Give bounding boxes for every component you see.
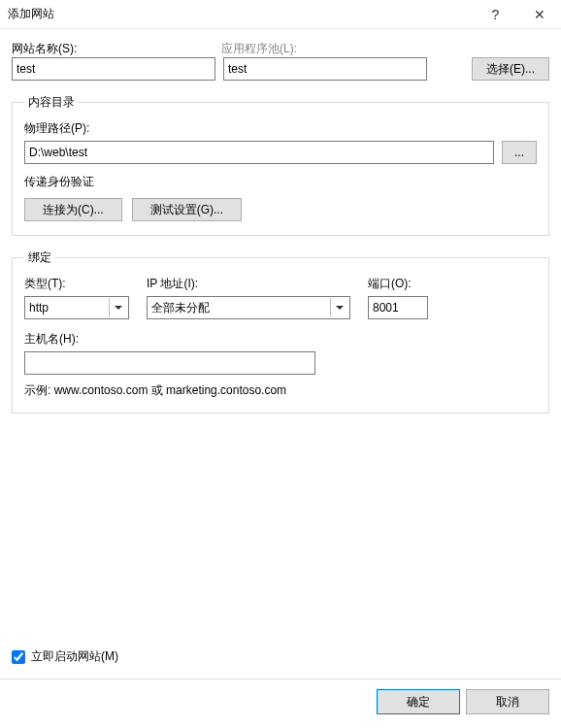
- select-app-pool-button[interactable]: 选择(E)...: [472, 57, 549, 81]
- site-name-label: 网站名称(S):: [12, 41, 221, 57]
- site-name-input[interactable]: [12, 57, 215, 81]
- binding-ip-combo[interactable]: 全部未分配: [147, 296, 350, 319]
- binding-type-combo[interactable]: http: [24, 296, 129, 319]
- binding-ip-value: 全部未分配: [151, 300, 210, 316]
- hostname-input[interactable]: [24, 351, 315, 375]
- binding-group: 绑定 类型(T): http IP 地址(I): 全部未分配: [12, 249, 549, 414]
- hostname-label: 主机名(H):: [24, 331, 537, 347]
- app-pool-label: 应用程序池(L):: [221, 41, 431, 57]
- ok-button[interactable]: 确定: [377, 689, 460, 714]
- binding-port-input[interactable]: [368, 296, 428, 319]
- dialog-footer: 立即启动网站(M) 确定 取消: [0, 641, 561, 728]
- binding-legend: 绑定: [24, 249, 55, 266]
- physical-path-label: 物理路径(P):: [24, 120, 537, 137]
- add-website-dialog: 添加网站 ? ✕ 网站名称(S): 应用程序池(L): 选择(E)... 内容目…: [0, 0, 561, 728]
- browse-path-button[interactable]: ...: [502, 141, 537, 164]
- binding-type-value: http: [29, 301, 49, 314]
- start-website-checkbox[interactable]: [12, 650, 25, 664]
- titlebar: 添加网站 ? ✕: [0, 0, 561, 29]
- binding-ip-label: IP 地址(I):: [147, 276, 350, 292]
- help-button[interactable]: ?: [474, 0, 517, 29]
- connect-as-button[interactable]: 连接为(C)...: [24, 198, 122, 221]
- close-button[interactable]: ✕: [517, 0, 561, 29]
- physical-path-input[interactable]: [24, 141, 494, 164]
- chevron-down-icon: [109, 298, 126, 317]
- app-pool-input: [223, 57, 427, 81]
- dialog-content: 网站名称(S): 应用程序池(L): 选择(E)... 内容目录 物理路径(P)…: [0, 29, 561, 414]
- test-settings-button[interactable]: 测试设置(G)...: [132, 198, 242, 221]
- cancel-button[interactable]: 取消: [466, 689, 549, 714]
- content-directory-group: 内容目录 物理路径(P): ... 传递身份验证 连接为(C)... 测试设置(…: [12, 94, 549, 236]
- passthrough-auth-label: 传递身份验证: [24, 174, 537, 190]
- start-website-label: 立即启动网站(M): [31, 648, 118, 665]
- hostname-example: 示例: www.contoso.com 或 marketing.contoso.…: [24, 382, 537, 399]
- window-title: 添加网站: [8, 6, 54, 22]
- binding-port-label: 端口(O):: [368, 276, 434, 292]
- binding-type-label: 类型(T):: [24, 276, 129, 292]
- content-directory-legend: 内容目录: [24, 94, 79, 111]
- chevron-down-icon: [330, 298, 347, 317]
